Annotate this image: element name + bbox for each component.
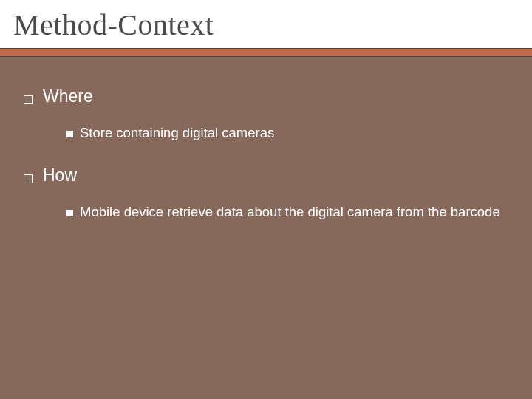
level1-label: How [43, 166, 77, 185]
level2-text: Mobile device retrieve data about the di… [80, 204, 500, 219]
sublist: Mobile device retrieve data about the di… [24, 199, 511, 225]
list-item: Where [24, 86, 511, 106]
square-open-bullet-icon [24, 174, 33, 183]
sublist: Store containing digital cameras [24, 120, 511, 146]
level2-text: Store containing digital cameras [80, 125, 274, 140]
level1-label: Where [43, 86, 93, 106]
square-fill-bullet-icon [66, 210, 73, 216]
slide-title: Method-Context [13, 7, 532, 42]
square-fill-bullet-icon [66, 131, 73, 137]
title-block: Method-Context [0, 0, 532, 48]
square-open-bullet-icon [24, 95, 33, 104]
content-area: Where Store containing digital cameras H… [0, 58, 532, 225]
accent-bar [0, 48, 532, 57]
list-item: How [24, 166, 511, 185]
